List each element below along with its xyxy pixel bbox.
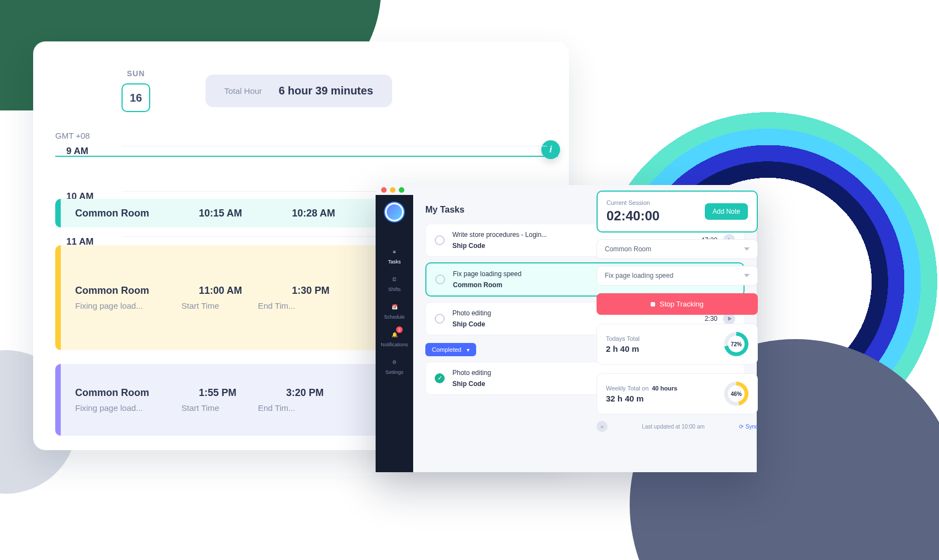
weekly-total-card: Weekly Total on 40 hours 32 h 40 m 46% (597, 373, 758, 414)
sidebar-item-shifts[interactable]: 🗓 Shifts (381, 274, 408, 292)
session-panel: Current Session 02:40:00 Add Note Common… (597, 191, 758, 467)
total-hour-label: Total Hour (224, 86, 262, 96)
appointment-start: 10:15 AM (199, 208, 242, 219)
stop-icon (651, 302, 655, 307)
today-donut: 72% (724, 332, 748, 356)
appointment-detail: Fixing page load... (75, 301, 143, 310)
sidebar-item-label: Settings (386, 369, 404, 375)
sidebar: ≡ Tasks🗓 Shifts📅 Schedule🔔 2 Notificatio… (376, 195, 413, 472)
avatar[interactable] (385, 203, 404, 221)
total-hour-pill: Total Hour 6 hour 39 minutes (205, 75, 392, 107)
shifts-icon: 🗓 (389, 274, 399, 284)
sidebar-item-label: Tasks (388, 259, 400, 265)
completed-label: Completed (432, 346, 461, 353)
sidebar-item-label: Schedule (384, 314, 405, 320)
window-close-icon[interactable] (381, 187, 387, 193)
today-total-card: Todays Total 2 h 40 m 72% (597, 324, 758, 364)
today-total-value: 2 h 40 m (606, 344, 640, 353)
sidebar-item-label: Notifications (381, 342, 408, 347)
weekly-target: 40 hours (652, 385, 677, 392)
sync-label: Sync (746, 424, 758, 430)
window-minimize-icon[interactable] (390, 187, 395, 193)
today-pct: 72% (731, 341, 742, 347)
task-select[interactable]: Fix page loading speed (597, 266, 758, 286)
today-total-label: Todays Total (606, 335, 640, 342)
appointment-start: 11:00 AM (199, 285, 242, 297)
sync-button[interactable]: ⟳ Sync (739, 424, 758, 430)
task-checkbox[interactable] (435, 314, 445, 324)
stop-tracking-label: Stop Tracking (660, 300, 704, 308)
task-checkbox-done[interactable] (435, 373, 445, 383)
appointment-detail: Fixing page load... (75, 403, 143, 413)
appointment-start: 1:55 PM (199, 387, 236, 399)
timezone-label: GMT +08 (55, 131, 547, 140)
stop-tracking-button[interactable]: Stop Tracking (597, 293, 758, 315)
add-note-button[interactable]: Add Note (705, 203, 748, 220)
appointment-start-label: Start Time (182, 301, 219, 310)
appointment-title: Common Room (75, 208, 149, 219)
task-checkbox[interactable] (435, 235, 445, 245)
sidebar-item-settings[interactable]: ⚙ Settings (381, 357, 408, 375)
sync-icon: ⟳ (739, 424, 743, 430)
sidebar-item-notifications[interactable]: 🔔 2 Notifications (381, 330, 408, 347)
chevron-down-icon (744, 274, 750, 277)
appointment-accent (55, 364, 61, 436)
weekly-total-value: 32 h 40 m (606, 394, 677, 403)
appointment-end: 3:20 PM (286, 387, 324, 399)
appointment-title: Common Room (75, 285, 149, 297)
chevron-down-icon (744, 247, 750, 251)
sidebar-item-tasks[interactable]: ≡ Tasks (381, 247, 408, 265)
sidebar-item-schedule[interactable]: 📅 Schedule (381, 302, 408, 320)
tasks-icon: ≡ (389, 247, 399, 257)
weekly-donut: 46% (724, 382, 748, 406)
session-time: 02:40:00 (606, 208, 660, 224)
project-select[interactable]: Common Room (597, 239, 758, 259)
appointment-end-label: End Tim... (258, 403, 296, 413)
weekly-total-label: Weekly Total on (606, 385, 648, 392)
appointment-accent (55, 199, 61, 228)
last-updated: Last updated at 10:00 am (642, 424, 704, 430)
day-box[interactable]: 16 (122, 83, 150, 112)
session-card: Current Session 02:40:00 Add Note (597, 191, 758, 233)
appointment-accent (55, 245, 61, 350)
total-hour-value: 6 hour 39 minutes (278, 84, 373, 97)
appointment-end: 10:28 AM (292, 208, 335, 219)
hour-label: 9 AM (66, 146, 110, 157)
appointment-title: Common Room (75, 387, 149, 399)
project-select-value: Common Room (605, 245, 651, 253)
tasks-title: My Tasks (425, 205, 465, 215)
hour-row: 9 AM (122, 146, 547, 191)
current-time-line (55, 156, 558, 157)
task-checkbox[interactable] (435, 274, 445, 284)
schedule-icon: 📅 (389, 302, 399, 312)
day-label: SUN (127, 69, 145, 78)
task-select-value: Fix page loading speed (605, 272, 673, 279)
appointment-end-label: End Tim... (258, 301, 296, 310)
session-label: Current Session (606, 199, 660, 206)
settings-icon: ⚙ (389, 357, 399, 367)
expand-button[interactable]: » (597, 421, 608, 432)
weekly-pct: 46% (731, 391, 742, 397)
chevron-down-icon: ▾ (467, 347, 470, 353)
completed-toggle[interactable]: Completed ▾ (425, 343, 476, 356)
sidebar-item-label: Shifts (388, 287, 401, 292)
window-maximize-icon[interactable] (399, 187, 404, 193)
appointment-end: 1:30 PM (292, 285, 329, 297)
notification-badge: 2 (396, 326, 403, 333)
appointment-start-label: Start Time (182, 403, 219, 413)
